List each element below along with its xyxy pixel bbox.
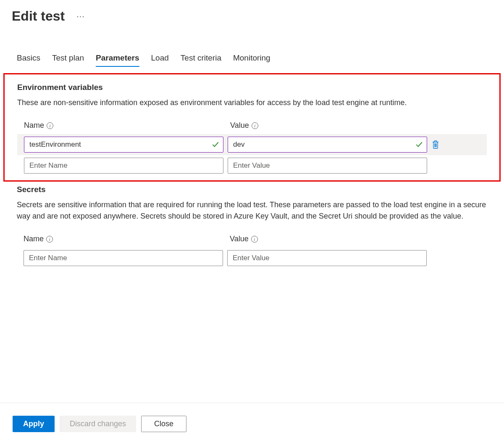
tab-load[interactable]: Load: [151, 53, 169, 67]
env-name-header: Name i: [24, 121, 223, 130]
tab-monitoring[interactable]: Monitoring: [233, 53, 270, 67]
secrets-name-header: Name i: [24, 235, 223, 243]
env-section-description: These are non-sensitive information expo…: [17, 97, 487, 108]
info-icon[interactable]: i: [251, 236, 258, 243]
discard-button[interactable]: Discard changes: [60, 416, 136, 432]
tab-basics[interactable]: Basics: [17, 53, 40, 67]
env-row-filled: [17, 134, 487, 155]
tab-bar: Basics Test plan Parameters Load Test cr…: [0, 53, 504, 67]
tab-test-plan[interactable]: Test plan: [52, 53, 84, 67]
env-row-empty: [17, 155, 487, 176]
env-value-input-empty[interactable]: [228, 158, 427, 174]
env-name-header-label: Name: [24, 121, 44, 130]
tab-parameters[interactable]: Parameters: [96, 53, 139, 67]
secrets-name-input[interactable]: [24, 250, 223, 266]
secrets-section-title: Secrets: [17, 185, 487, 194]
secrets-value-header-label: Value: [230, 235, 249, 243]
info-icon[interactable]: i: [252, 122, 258, 129]
apply-button[interactable]: Apply: [13, 416, 55, 432]
env-name-input[interactable]: [24, 137, 223, 153]
secrets-row-empty: [17, 248, 487, 269]
footer: Apply Discard changes Close: [0, 403, 504, 432]
info-icon[interactable]: i: [47, 122, 53, 129]
secrets-value-header: Value i: [230, 235, 429, 243]
env-name-input-empty[interactable]: [24, 158, 223, 174]
secrets-name-header-label: Name: [24, 235, 44, 243]
delete-icon[interactable]: [431, 140, 440, 149]
env-value-header-label: Value: [230, 121, 249, 130]
env-value-header: Value i: [230, 121, 430, 130]
secrets-value-input[interactable]: [227, 250, 427, 266]
secrets-section-description: Secrets are sensitive information that a…: [17, 199, 487, 222]
env-variables-highlight: Environment variables These are non-sens…: [3, 73, 501, 182]
env-value-input[interactable]: [228, 137, 427, 153]
env-section-title: Environment variables: [17, 83, 487, 92]
close-button[interactable]: Close: [141, 416, 186, 432]
page-title: Edit test: [12, 8, 65, 24]
more-icon[interactable]: ···: [73, 10, 88, 23]
tab-test-criteria[interactable]: Test criteria: [181, 53, 221, 67]
info-icon[interactable]: i: [46, 236, 53, 243]
